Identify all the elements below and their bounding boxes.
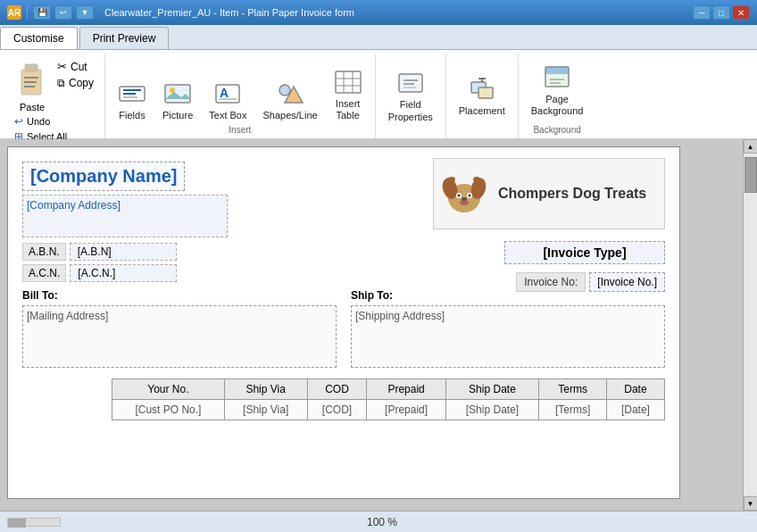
table-col-header: Ship Date bbox=[445, 379, 539, 400]
copy-button[interactable]: ⧉ Copy bbox=[54, 76, 97, 90]
invoice-type-field[interactable]: [Invoice Type] bbox=[504, 241, 665, 264]
acn-value[interactable]: [A.C.N.] bbox=[70, 264, 177, 282]
cut-button[interactable]: ✂ Cut bbox=[54, 59, 97, 74]
abn-value[interactable]: [A.B.N] bbox=[70, 243, 177, 261]
logo-area[interactable]: Chompers Dog Treats bbox=[433, 158, 665, 229]
field-properties-icon bbox=[396, 69, 425, 97]
shipping-address-text: [Shipping Address] bbox=[355, 310, 445, 322]
acn-label: A.C.N. bbox=[22, 264, 66, 282]
quick-access-undo[interactable]: ↩ bbox=[54, 5, 72, 20]
table-cell[interactable]: [Ship Date] bbox=[445, 400, 539, 420]
paste-icon bbox=[18, 61, 46, 100]
table-col-header: Prepaid bbox=[367, 379, 445, 400]
placement-icon bbox=[468, 75, 496, 104]
svg-point-39 bbox=[458, 195, 461, 197]
tab-print-preview[interactable]: Print Preview bbox=[79, 27, 170, 49]
picture-label: Picture bbox=[162, 110, 193, 121]
text-box-icon: A bbox=[213, 79, 242, 108]
table-cell[interactable]: [Date] bbox=[606, 400, 664, 420]
maximize-button[interactable]: □ bbox=[712, 5, 730, 20]
undo-icon: ↩ bbox=[14, 115, 23, 128]
svg-point-40 bbox=[469, 195, 471, 197]
scroll-thumb[interactable] bbox=[745, 157, 757, 193]
zoom-level: 100 % bbox=[367, 516, 397, 528]
company-name-field[interactable]: [Company Name] bbox=[22, 162, 185, 191]
invoice-document: [Company Name] [Company Address] A.B.N. … bbox=[7, 146, 680, 499]
company-logo-text: Chompers Dog Treats bbox=[495, 186, 646, 202]
title-bar: AR 💾 ↩ ▼ Clearwater_Premier_AU - Item - … bbox=[0, 0, 757, 25]
invoice-table-container: Your No.Ship ViaCODPrepaidShip DateTerms… bbox=[112, 378, 665, 420]
insert-table-button[interactable]: Insert Table bbox=[329, 64, 368, 125]
svg-rect-31 bbox=[545, 67, 569, 74]
company-address-field[interactable]: [Company Address] bbox=[22, 195, 228, 237]
svg-rect-1 bbox=[25, 64, 37, 71]
page-background-icon bbox=[543, 63, 571, 92]
svg-point-42 bbox=[462, 197, 467, 201]
window-title: Clearwater_Premier_AU - Item - Plain Pap… bbox=[104, 7, 687, 18]
scrollbar-vertical[interactable]: ▲ ▼ bbox=[743, 139, 757, 511]
close-button[interactable]: ✕ bbox=[732, 5, 750, 20]
placement-group: Placement bbox=[446, 54, 519, 138]
status-bar: 100 % bbox=[0, 511, 757, 532]
placement-button[interactable]: Placement bbox=[453, 71, 511, 121]
table-col-header: Ship Via bbox=[224, 379, 307, 400]
field-properties-group: Field Properties bbox=[376, 54, 446, 138]
svg-rect-22 bbox=[399, 74, 422, 92]
fields-button[interactable]: Fields bbox=[112, 76, 152, 125]
field-properties-label: Field Properties bbox=[388, 99, 433, 122]
shapes-line-button[interactable]: Shapes/Line bbox=[257, 76, 322, 125]
insert-group-label: Insert bbox=[112, 125, 368, 135]
invoice-table: Your No.Ship ViaCODPrepaidShip DateTerms… bbox=[112, 378, 665, 420]
svg-rect-17 bbox=[336, 71, 361, 93]
cut-label: Cut bbox=[71, 61, 87, 73]
clipboard-group: Paste ✂ Cut ⧉ Copy ↩ Undo ⊞ Selec bbox=[4, 54, 105, 138]
text-box-button[interactable]: A Text Box bbox=[204, 76, 252, 125]
undo-label: Undo bbox=[27, 116, 50, 127]
scroll-up-button[interactable]: ▲ bbox=[744, 139, 758, 154]
copy-label: Copy bbox=[69, 77, 94, 89]
table-cell[interactable]: [Cust PO No.] bbox=[112, 400, 225, 420]
canvas-area[interactable]: [Company Name] [Company Address] A.B.N. … bbox=[0, 139, 743, 511]
scroll-down-button[interactable]: ▼ bbox=[744, 496, 758, 511]
abn-label: A.B.N. bbox=[22, 243, 66, 261]
svg-rect-3 bbox=[24, 81, 37, 83]
field-properties-button[interactable]: Field Properties bbox=[383, 65, 438, 126]
quick-access-settings[interactable]: ▼ bbox=[76, 5, 94, 20]
picture-button[interactable]: Picture bbox=[157, 76, 198, 125]
bill-ship-section: Bill To: [Mailing Address] Ship To: [Shi… bbox=[22, 289, 665, 368]
fields-icon bbox=[118, 79, 146, 108]
scissors-icon: ✂ bbox=[57, 60, 67, 73]
app-icon: AR bbox=[7, 5, 21, 20]
h-scroll-thumb bbox=[8, 519, 26, 528]
fields-label: Fields bbox=[119, 110, 145, 121]
table-col-header: COD bbox=[307, 379, 367, 400]
table-col-header: Date bbox=[606, 379, 664, 400]
horizontal-scrollbar[interactable] bbox=[7, 518, 61, 527]
table-col-header: Your No. bbox=[112, 379, 225, 400]
paste-button[interactable]: Paste bbox=[11, 57, 54, 114]
mailing-address-field[interactable]: [Mailing Address] bbox=[22, 305, 337, 368]
insert-buttons: Fields Picture A bbox=[112, 55, 368, 125]
table-cell[interactable]: [Ship Via] bbox=[224, 400, 307, 420]
shipping-address-field[interactable]: [Shipping Address] bbox=[351, 305, 665, 368]
table-cell[interactable]: [Prepaid] bbox=[367, 400, 445, 420]
tab-customise[interactable]: Customise bbox=[0, 27, 78, 49]
page-background-button[interactable]: Page Background bbox=[526, 60, 589, 121]
main-area: [Company Name] [Company Address] A.B.N. … bbox=[0, 139, 757, 511]
invoice-no-row: Invoice No: [Invoice No.] bbox=[516, 272, 665, 292]
table-cell[interactable]: [Terms] bbox=[539, 400, 607, 420]
paw-print-image bbox=[437, 167, 491, 220]
table-cell[interactable]: [COD] bbox=[307, 400, 367, 420]
invoice-no-value[interactable]: [Invoice No.] bbox=[589, 272, 665, 292]
table-row: [Cust PO No.][Ship Via][COD][Prepaid][Sh… bbox=[112, 400, 665, 420]
svg-rect-4 bbox=[24, 86, 35, 87]
mailing-address-text: [Mailing Address] bbox=[27, 310, 108, 322]
svg-point-15 bbox=[279, 85, 290, 96]
window-controls: ─ □ ✕ bbox=[693, 5, 750, 20]
insert-table-icon bbox=[334, 68, 362, 96]
undo-button[interactable]: ↩ Undo bbox=[11, 114, 97, 129]
copy-icon: ⧉ bbox=[57, 77, 65, 89]
paste-label: Paste bbox=[20, 102, 45, 112]
quick-access-save[interactable]: 💾 bbox=[33, 5, 51, 20]
minimize-button[interactable]: ─ bbox=[693, 5, 711, 20]
